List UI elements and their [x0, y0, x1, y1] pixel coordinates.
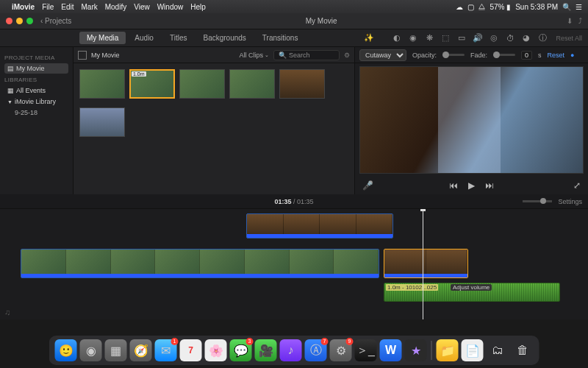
search-field[interactable]: 🔍 Search [273, 50, 340, 60]
timeline-zoom-slider[interactable] [523, 200, 552, 202]
opacity-slider[interactable] [442, 54, 465, 56]
clip-thumb[interactable] [79, 69, 125, 99]
import-button[interactable]: ⬇ [567, 17, 573, 25]
volume-icon[interactable]: 🔊 [472, 32, 484, 44]
dock-calendar[interactable]: 7 [180, 339, 202, 361]
sidebar-all-events[interactable]: ▦ All Events [4, 85, 68, 96]
color-correction-icon[interactable]: ◉ [407, 32, 419, 44]
dock-launchpad[interactable]: ▦ [105, 339, 127, 361]
tab-my-media[interactable]: My Media [79, 32, 126, 44]
dock-word[interactable]: W [380, 339, 402, 361]
dock-itunes[interactable]: ♪ [280, 339, 302, 361]
dock-document[interactable]: 📄 [462, 339, 484, 361]
status-airplay-icon[interactable]: ▢ [467, 3, 474, 11]
dock-photos[interactable]: 🌸 [205, 339, 227, 361]
dock-messages[interactable]: 💬3 [230, 339, 252, 361]
menu-file[interactable]: File [42, 3, 54, 11]
color-wheel-icon[interactable]: ❋ [423, 32, 435, 44]
dock-finder[interactable]: 🙂 [55, 339, 77, 361]
fade-value[interactable]: 0 [521, 51, 532, 60]
stabilize-icon[interactable]: ▭ [456, 32, 467, 44]
color-balance-icon[interactable]: ◐ [391, 32, 403, 44]
preview-viewer[interactable] [359, 66, 584, 174]
reset-all-button[interactable]: Reset All [556, 35, 582, 42]
music-well-icon[interactable]: ♫ [4, 308, 10, 316]
browser-settings-icon[interactable]: ⚙ [344, 52, 350, 59]
timeline-clip[interactable] [21, 249, 379, 278]
menu-help[interactable]: Help [190, 3, 206, 11]
info-icon[interactable]: ⓘ [537, 32, 548, 44]
menu-window[interactable]: Window [157, 3, 184, 11]
play-button[interactable]: ▶ [468, 180, 475, 191]
menu-app[interactable]: iMovie [12, 3, 35, 11]
back-to-projects-button[interactable]: ‹ Projects [40, 17, 71, 25]
menu-modify[interactable]: Modify [105, 3, 126, 11]
media-tabs: My Media Audio Titles Backgrounds Transi… [79, 32, 305, 44]
prev-frame-button[interactable]: ⏮ [449, 180, 458, 191]
playback-controls: 🎤 ⏮ ▶ ⏭ ⤢ [355, 177, 588, 194]
timeline-audio-clip[interactable]: 1.0m - 10102...025 Adjust volume [384, 283, 560, 302]
menu-edit[interactable]: Edit [61, 3, 74, 11]
window-zoom-button[interactable] [26, 18, 33, 24]
dock-imovie[interactable]: ★ [405, 339, 427, 361]
share-button[interactable]: ⤴ [578, 17, 582, 25]
dock-trash[interactable]: 🗑 [512, 339, 534, 361]
overlay-reset-button[interactable]: Reset [548, 52, 565, 59]
clip-filter-dropdown[interactable]: All Clips ⌄ [239, 52, 269, 59]
playhead[interactable] [423, 209, 423, 319]
clip-thumb[interactable] [279, 69, 325, 99]
dock-mail[interactable]: ✉1 [155, 339, 177, 361]
clip-thumb[interactable] [229, 69, 275, 99]
libraries-header: LIBRARIES [4, 77, 68, 83]
dock-folder[interactable]: 📁 [437, 339, 459, 361]
status-cloud-icon[interactable]: ☁︎ [456, 3, 463, 11]
window-close-button[interactable] [6, 18, 12, 24]
timeline-clip[interactable] [246, 213, 393, 238]
timeline-settings-button[interactable]: Settings [558, 198, 582, 205]
project-media-header: PROJECT MEDIA [4, 54, 68, 61]
dock-facetime[interactable]: 🎥 [255, 339, 277, 361]
window-title: My Movie [76, 17, 567, 25]
menu-mark[interactable]: Mark [81, 3, 97, 11]
sidebar-event-9-25-18[interactable]: 9-25-18 [4, 107, 68, 118]
media-browser: My Movie All Clips ⌄ 🔍 Search ⚙ 1.0m [74, 47, 354, 194]
status-notifications-icon[interactable]: ☰ [576, 3, 582, 11]
sidebar-project-my-movie[interactable]: ▤ My Movie [4, 63, 68, 74]
crop-icon[interactable]: ⬚ [440, 32, 451, 44]
apply-check-icon[interactable]: ● [570, 52, 574, 59]
clip-thumb[interactable]: 1.0m [129, 69, 175, 99]
noise-reduction-icon[interactable]: ◎ [488, 32, 500, 44]
dock-appstore[interactable]: Ⓐ7 [305, 339, 327, 361]
status-wifi-icon[interactable]: ⧋ [478, 2, 485, 11]
status-spotlight-icon[interactable]: 🔍 [562, 3, 571, 11]
fullscreen-icon[interactable]: ⤢ [573, 180, 581, 191]
tab-audio[interactable]: Audio [127, 32, 161, 44]
tab-backgrounds[interactable]: Backgrounds [196, 32, 253, 44]
tab-transitions[interactable]: Transitions [255, 32, 306, 44]
dock-downloads[interactable]: 🗂 [487, 339, 509, 361]
timeline[interactable]: 1.0m - 10102...025 Adjust volume ♫ [0, 209, 588, 319]
fade-slider[interactable] [493, 54, 515, 56]
voiceover-icon[interactable]: 🎤 [362, 180, 373, 191]
dock-safari[interactable]: 🧭 [130, 339, 152, 361]
tab-titles[interactable]: Titles [162, 32, 195, 44]
menu-view[interactable]: View [134, 3, 150, 11]
dock-terminal[interactable]: ＞_ [355, 339, 377, 361]
window-minimize-button[interactable] [16, 18, 23, 24]
browser-layout-icon[interactable] [78, 51, 87, 60]
clip-thumb[interactable] [79, 107, 125, 137]
next-frame-button[interactable]: ⏭ [485, 180, 494, 191]
status-battery[interactable]: 57% ▮ [490, 3, 511, 11]
clip-thumb[interactable] [179, 69, 225, 99]
dock-siri[interactable]: ◉ [80, 339, 102, 361]
dock-preferences[interactable]: ⚙9 [330, 339, 352, 361]
overlay-mode-select[interactable]: Cutaway [359, 49, 406, 61]
opacity-label: Opacity: [412, 52, 437, 59]
speed-icon[interactable]: ⏱ [504, 32, 516, 44]
enhance-icon[interactable]: ✨ [363, 32, 375, 44]
sidebar-imovie-library[interactable]: ▼ iMovie Library [4, 96, 68, 107]
status-clock[interactable]: Sun 5:38 PM [515, 3, 558, 11]
timeline-clip[interactable] [384, 249, 468, 278]
clip-filter-icon[interactable]: ◕ [520, 32, 532, 44]
overlay-controls: Cutaway Opacity: Fade: 0 s Reset ● [355, 47, 588, 63]
